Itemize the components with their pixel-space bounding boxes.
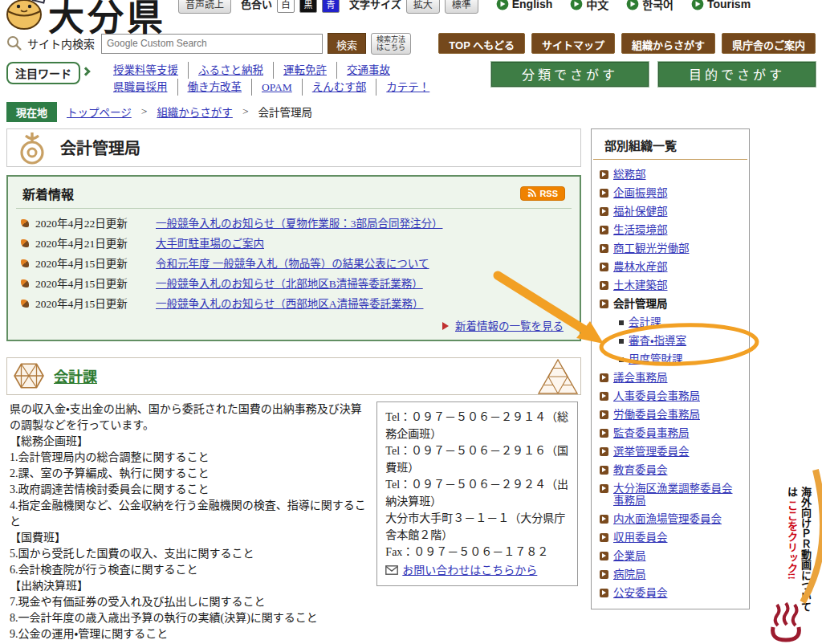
sidebar-link[interactable]: 監査委員事務局: [613, 427, 690, 439]
hexagon-pattern-icon: [14, 361, 44, 390]
color-blue-button[interactable]: 青: [322, 0, 340, 13]
sidebar-link[interactable]: 企業局: [613, 550, 646, 562]
color-white-button[interactable]: 白: [277, 0, 295, 13]
lang-link-tourism[interactable]: Tourism: [691, 0, 751, 10]
arrow-square-icon: [600, 226, 608, 234]
search-button[interactable]: 検索: [328, 33, 366, 54]
news-link[interactable]: 一般競争入札のお知らせ（夏物作業服：3部局合同発注分）: [156, 214, 442, 234]
search-icon: [6, 35, 22, 51]
sidebar-link[interactable]: 総務部: [613, 169, 646, 181]
font-standard-button[interactable]: 標準: [445, 0, 478, 14]
keyword-link[interactable]: 授業料等支援: [104, 62, 188, 79]
contact-line: Fax：０９７－５０６－１７８２: [385, 544, 569, 560]
news-link[interactable]: 一般競争入札のお知らせ（北部地区B清掃等委託業務）: [156, 274, 423, 294]
org-sidebar: 部別組織一覧 総務部企画振興部福祉保健部生活環境部商工観光労働部農林水産部土木建…: [591, 128, 750, 609]
keyword-link[interactable]: カテテ！: [376, 79, 439, 96]
more-arrow-icon: [442, 322, 449, 330]
sidebar-link[interactable]: 公安委員会: [613, 587, 668, 599]
sidebar-item-生活環境部: 生活環境部: [592, 221, 749, 239]
overseas-pr-banner[interactable]: 海外向けＰＲ動画については ここをクリック!!: [785, 487, 812, 613]
sidebar-link[interactable]: 大分海区漁業調整委員会事務局: [613, 483, 743, 507]
news-more-link[interactable]: 新着情報の一覧を見る: [455, 320, 564, 332]
nav-office-guide-button[interactable]: 県庁舎のご案内: [722, 33, 816, 54]
sidebar-item-会計管理局: 会計管理局: [592, 295, 749, 313]
sidebar-item-選挙管理委員会: 選挙管理委員会: [592, 442, 749, 461]
lang-link-chinese[interactable]: 中文: [570, 0, 608, 12]
news-link[interactable]: 一般競争入札のお知らせ（西部地区A清掃等委託業務）: [156, 294, 423, 314]
sidebar-sub-link[interactable]: 審査・指導室: [629, 335, 686, 347]
sidebar-link[interactable]: 土木建築部: [613, 279, 668, 291]
sidebar-link[interactable]: 農林水産部: [613, 261, 668, 273]
lang-link-english[interactable]: English: [496, 0, 553, 10]
arrow-square-icon: [600, 533, 608, 542]
font-enlarge-button[interactable]: 拡大: [406, 0, 440, 14]
arrow-square-icon: [600, 552, 608, 560]
keyword-link[interactable]: OPAM: [251, 79, 302, 96]
square-bullet-icon: [619, 320, 624, 325]
keyword-link[interactable]: 働き方改革: [177, 79, 252, 96]
news-bullet-icon: [21, 259, 29, 267]
sidebar-link[interactable]: 内水面漁場管理委員会: [613, 513, 722, 525]
sidebar-link[interactable]: 教育委員会: [613, 464, 668, 476]
arrow-square-icon: [600, 207, 608, 216]
section-title-link[interactable]: 会計課: [54, 365, 97, 386]
sidebar-link[interactable]: 選挙管理委員会: [613, 446, 690, 458]
sidebar-link[interactable]: 企画振興部: [613, 187, 668, 199]
news-date: 2020年4月15日更新: [35, 254, 149, 274]
nav-organization-button[interactable]: 組織からさがす: [621, 33, 715, 54]
contact-line: Tel：０９７－５０６－２９１４（総務企画班）: [385, 409, 569, 442]
search-by-purpose-button[interactable]: 目的でさがす: [658, 62, 816, 87]
search-help-button[interactable]: 検索方法 はこちら: [371, 33, 411, 55]
breadcrumb-org-link[interactable]: 組織からさがす: [157, 104, 233, 120]
globe-arrow-icon: [570, 0, 583, 10]
sidebar-sub-link[interactable]: 用度管財課: [629, 353, 683, 365]
arrow-square-icon: [600, 429, 608, 438]
sidebar-link[interactable]: 病院局: [613, 569, 646, 581]
sidebar-link[interactable]: 商工観光労働部: [613, 243, 690, 255]
sidebar-link[interactable]: 福祉保健部: [613, 206, 668, 218]
sidebar-link[interactable]: 生活環境部: [613, 224, 668, 236]
sidebar-link[interactable]: 人事委員会事務局: [613, 390, 700, 402]
arrow-square-icon: [600, 263, 608, 271]
section-description-line: 県の収入金・支出金の出納、国から委託された国費の出納事務及び決算の調製などを行っ…: [10, 401, 370, 434]
news-link[interactable]: 令和元年度 一般競争入札（物品等）の結果公表について: [156, 254, 429, 274]
section-description: 県の収入金・支出金の出納、国から委託された国費の出納事務及び決算の調製などを行っ…: [10, 401, 370, 642]
voice-read-button[interactable]: 音声読上: [178, 0, 231, 14]
rss-button[interactable]: RSS: [520, 186, 565, 201]
breadcrumb-home-link[interactable]: トップページ: [67, 104, 132, 120]
keyword-link[interactable]: 県職員採用: [104, 79, 177, 96]
current-location-badge: 現在地: [6, 102, 57, 122]
featured-words-badge: 注目ワード: [6, 62, 80, 84]
site-title: 大分県: [48, 0, 166, 41]
search-by-category-button[interactable]: 分類でさがす: [491, 62, 649, 87]
news-date: 2020年4月15日更新: [35, 294, 149, 314]
sidebar-item-公安委員会: 公安委員会: [592, 584, 749, 602]
arrow-square-icon: [600, 410, 608, 419]
nav-top-button[interactable]: TOP へもどる: [438, 33, 525, 54]
header-nav-buttons: TOP へもどる サイトマップ 組織からさがす 県庁舎のご案内: [438, 33, 816, 54]
inquiry-link[interactable]: お問い合わせはこちらから: [402, 562, 537, 579]
sidebar-link[interactable]: 収用委員会: [613, 532, 668, 544]
hexagon-lattice-decoration: [537, 359, 579, 395]
news-link[interactable]: 大手町駐車場のご案内: [156, 234, 264, 254]
news-list: 2020年4月22日更新一般競争入札のお知らせ（夏物作業服：3部局合同発注分）2…: [16, 209, 572, 314]
section-description-line: 5.国から受託した国費の収入、支出に関すること: [10, 546, 370, 562]
arrow-square-icon: [600, 189, 608, 198]
globe-arrow-icon: [691, 0, 704, 10]
keyword-link[interactable]: ふるさと納税: [188, 62, 273, 79]
top-controls: 音声読上 色合い 白 黒 青 文字サイズ 拡大 標準 English 中文 한국…: [178, 0, 751, 14]
keyword-link[interactable]: 運転免許: [273, 62, 336, 79]
arrow-square-icon: [600, 570, 608, 579]
lang-link-korean[interactable]: 한국어: [626, 0, 673, 12]
sidebar-sub-link[interactable]: 会計課: [629, 316, 661, 328]
contact-line: Tel：０９７－５０６－２９１６（国費班）: [385, 442, 569, 476]
square-bullet-icon: [619, 357, 624, 362]
news-date: 2020年4月21日更新: [35, 234, 149, 254]
keyword-link[interactable]: 交通事故: [336, 62, 400, 79]
sidebar-item-内水面漁場管理委員会: 内水面漁場管理委員会: [592, 510, 749, 528]
sidebar-link[interactable]: 労働委員会事務局: [613, 409, 700, 421]
color-black-button[interactable]: 黒: [299, 0, 317, 13]
nav-sitemap-button[interactable]: サイトマップ: [531, 33, 615, 54]
sidebar-link[interactable]: 議会事務局: [613, 372, 668, 384]
keyword-link[interactable]: えんむす部: [302, 79, 376, 96]
